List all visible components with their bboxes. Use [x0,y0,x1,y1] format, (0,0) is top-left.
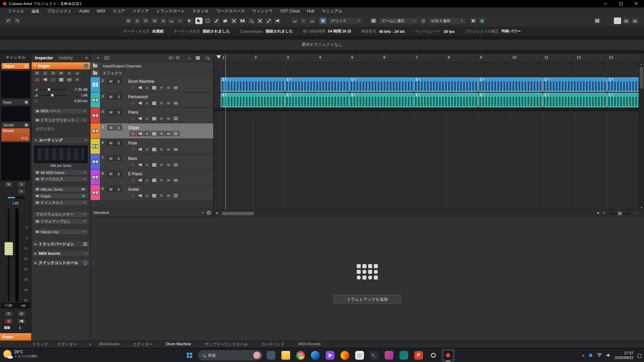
track-write-button[interactable]: W [166,116,171,121]
track-monitor-button[interactable] [137,193,143,198]
preset-hint[interactable]: 録音を描入... [34,126,88,131]
track-record-button[interactable] [130,85,136,90]
track-read-button[interactable]: R [159,85,164,90]
track-monitor-button[interactable] [137,101,143,106]
taskbar-audio[interactable] [397,349,411,362]
folder-row-1[interactable]: Input/Output Channels [91,62,213,70]
track-row-piano[interactable]: 4MSPianoeRW [91,108,213,123]
track-read-button[interactable]: R [159,178,164,183]
tool-split[interactable] [230,17,237,24]
track-list-button[interactable] [173,193,179,198]
horizontal-scrollbar[interactable]: ◀ ▶ ▼ + [214,209,639,217]
zoom-in-icon[interactable]: + [634,211,636,215]
bottom-tab-エディター[interactable]: エディター [133,342,153,347]
track-read-button[interactable]: R [159,131,164,136]
tool-line[interactable] [265,17,272,24]
track-editor-button[interactable] [151,193,157,198]
taskbar-notepad[interactable] [353,349,366,362]
tab-inspector[interactable]: Inspector [35,56,53,60]
track-row-e-piano[interactable]: 8MSE PianoeRW [91,170,213,185]
vertical-scrollbar[interactable]: ▲ ▼ [639,62,644,209]
inserts-button[interactable]: Inser. [1,99,30,105]
track-list-button[interactable] [173,178,179,183]
grid-display-button[interactable] [370,17,377,24]
menu-item-9[interactable]: スタジオ [189,8,213,14]
track-solo-button[interactable]: S [115,186,122,192]
close-button[interactable] [629,0,644,7]
midi-input-dropdown[interactable]: All MIDI Inputs⇄ [34,170,88,175]
track-solo-button[interactable]: S [115,171,122,177]
inspector-track-header[interactable]: ▼ Organ e [32,62,90,69]
tool-object-selection[interactable] [195,17,203,24]
track-monitor-button[interactable] [137,147,143,152]
menu-item-13[interactable]: Hub [303,9,318,13]
track-solo-button[interactable]: S [115,78,122,84]
track-read-button[interactable]: R [159,147,164,152]
track-read-button[interactable]: R [159,116,164,121]
instrument-dropdown[interactable]: HALion Sonic [34,186,88,192]
bottom-tab-drum-machine[interactable]: Drum Machine [166,342,191,347]
track-row-organ[interactable]: 5MSOrganeRW [91,123,213,139]
menu-item-10[interactable]: ワークスペース [213,8,249,14]
track-editor-button[interactable] [151,85,157,90]
track-monitor-button[interactable] [137,85,143,90]
track-editor-button[interactable] [151,162,157,167]
scroll-down-icon[interactable]: ▼ [639,206,644,209]
tool-zoom[interactable] [248,17,255,24]
project-cursor[interactable] [225,54,226,209]
menu-item-8[interactable]: トランスポート [153,8,189,14]
add-track-button[interactable]: + [95,55,101,61]
scroll-up-icon[interactable]: ▲ [639,63,644,65]
loop-button[interactable] [291,17,299,24]
wifi-icon[interactable] [597,353,602,357]
channel-mute-button[interactable]: M [5,182,13,187]
project-cursor-marker[interactable] [216,55,221,61]
track-edit-button[interactable]: e [144,116,150,121]
channel-solo-button[interactable]: S [17,182,25,187]
hidden-icons-chevron[interactable]: ∧ [582,354,585,357]
chevron-down-icon[interactable]: ▼ [202,211,204,214]
track-row-guitar[interactable]: 9MSGuitareRW [91,185,213,200]
track-mute-button[interactable]: M [107,156,114,161]
menu-item-1[interactable]: ファイル [4,8,28,14]
track-edit-button[interactable]: e [144,162,150,167]
inspector-menu-icon[interactable]: ≡ [85,56,88,60]
channel-dropdown[interactable]: チャンネル 1▼ [34,200,88,205]
taskbar-file-explorer[interactable] [279,349,292,362]
midi-event-percussion[interactable]: 1▼ [221,93,285,107]
track-record-button[interactable] [130,131,136,136]
track-lane-button[interactable]: ≡ [66,71,73,76]
menu-item-4[interactable]: Audio [75,9,93,13]
track-editor-button[interactable] [151,131,157,136]
track-mute-button[interactable]: M [107,78,114,84]
bottom-tab-left-1[interactable]: トラック [32,342,48,347]
menu-item-5[interactable]: MIDI [93,9,109,13]
pan-slider[interactable] [40,95,67,96]
pan-control[interactable] [7,196,24,199]
track-monitor-button[interactable] [137,162,143,167]
automation-w-button[interactable]: W [151,17,158,24]
quantize-dropdown[interactable]: 1/16 3 連符▼ [428,17,466,24]
track-lanes[interactable]: 1▼1▼1▼1▼1▼1▼1▼1▼1▼1▼1▼1▼1▼1▼ [214,62,639,209]
grid-type-dropdown[interactable]: グリッド▼ [328,17,363,24]
track-mute-button[interactable]: M [107,109,114,115]
track-r-state-button[interactable]: R [50,71,57,76]
record-enable-button[interactable] [5,318,13,324]
midi-event-percussion[interactable]: 1▼ [285,93,349,107]
taskbar-terminal[interactable] [368,349,381,362]
track-read-button[interactable]: R [159,162,164,167]
midi-event-percussion[interactable]: 1▼ [478,93,542,107]
taskbar-task-view[interactable] [264,349,278,362]
list-button[interactable] [66,77,73,82]
horizontal-scroll-thumb[interactable] [222,212,254,215]
track-write-button[interactable]: W [166,147,171,152]
grid-icon[interactable] [195,55,201,61]
midi-event-drum-machine[interactable]: 1▼ [221,77,285,92]
menu-item-2[interactable]: 編集 [28,8,43,14]
track-write-button[interactable]: W [166,131,171,136]
track-edit-button[interactable]: e [144,193,150,198]
drum-map-dropdown[interactable]: ドラムマップなし▼ [34,219,88,224]
send-slot-reverb[interactable]: Reverb-4.11 [1,128,30,141]
record-enable-button[interactable] [34,77,41,82]
track-editor-button[interactable] [151,147,157,152]
